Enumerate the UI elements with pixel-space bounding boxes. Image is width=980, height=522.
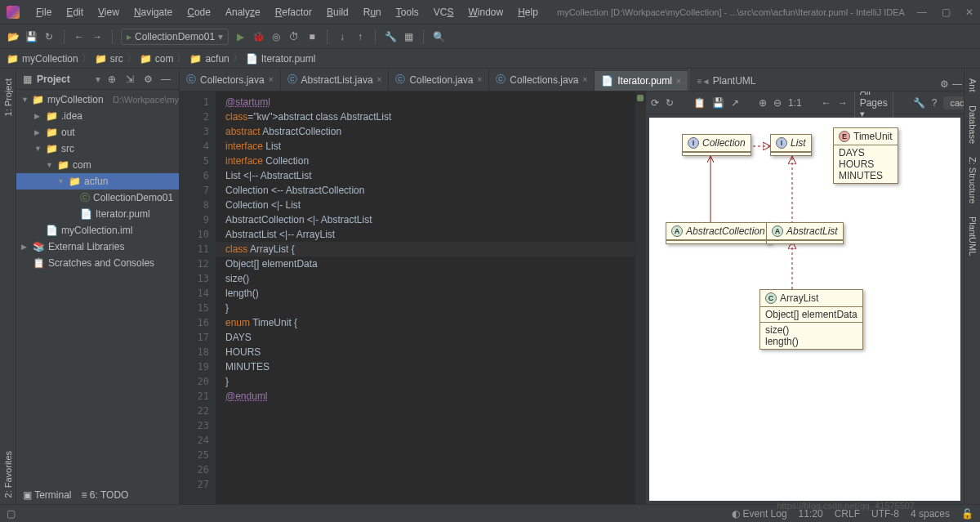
window-controls: — ▢ ✕: [917, 7, 973, 18]
project-structure-icon[interactable]: ▦: [402, 30, 415, 43]
hide-icon[interactable]: —: [159, 73, 172, 86]
close-icon[interactable]: ✕: [965, 7, 973, 18]
breadcrumb-item[interactable]: myCollection: [22, 53, 78, 65]
page-selector[interactable]: All Pages ▾: [854, 91, 893, 121]
menu-edit[interactable]: Edit: [60, 3, 90, 21]
forward-icon[interactable]: →: [91, 30, 104, 43]
breadcrumb-item[interactable]: acfun: [205, 53, 229, 65]
run-config-selector[interactable]: ▸ CollectionDemo01 ▾: [121, 29, 229, 45]
gear-icon[interactable]: ⚙: [141, 73, 154, 86]
run-icon[interactable]: ▶: [234, 30, 247, 43]
tab-collectors[interactable]: ⓒCollectors.java×: [180, 69, 281, 91]
tab-close-icon[interactable]: ×: [269, 75, 274, 84]
tree-row-out[interactable]: ▶📁out: [16, 124, 179, 141]
indent-settings[interactable]: 4 spaces: [911, 508, 950, 520]
breadcrumb-item[interactable]: com: [155, 53, 174, 65]
coverage-icon[interactable]: ◎: [270, 30, 283, 43]
menu-refactor[interactable]: Refactor: [269, 3, 318, 21]
back-icon[interactable]: ←: [73, 30, 86, 43]
status-messages-icon[interactable]: ▢: [7, 508, 16, 520]
zoom-out-icon[interactable]: ⊖: [773, 97, 782, 109]
vcs-update-icon[interactable]: ↓: [336, 30, 349, 43]
tab-close-icon[interactable]: ×: [377, 75, 382, 84]
editor-gear-icon[interactable]: ⚙: [938, 78, 951, 91]
menu-analyze[interactable]: Analyze: [219, 3, 267, 21]
breadcrumb-item[interactable]: src: [110, 53, 123, 65]
readonly-icon[interactable]: 🔓: [961, 508, 973, 520]
settings-icon[interactable]: 🔧: [913, 97, 925, 109]
save-icon[interactable]: 💾: [24, 30, 38, 43]
sidebar-tab-favorites[interactable]: 2: Favorites: [2, 444, 15, 504]
menu-vcs[interactable]: VCS: [427, 3, 461, 21]
tree-row-src[interactable]: ▼📁src: [16, 141, 179, 157]
terminal-tab[interactable]: ▣ Terminal: [23, 489, 71, 501]
tree-row-file1[interactable]: ⓒCollectionDemo01: [16, 190, 179, 206]
editor-hide-icon[interactable]: —: [951, 78, 964, 91]
refresh-icon[interactable]: ↻: [42, 30, 56, 43]
tree-row-com[interactable]: ▼📁com: [16, 157, 179, 173]
sidebar-tab-structure[interactable]: Z: Structure: [966, 150, 979, 210]
menu-build[interactable]: Build: [320, 3, 355, 21]
folder-icon: 📁: [140, 53, 152, 65]
tab-abstractlist[interactable]: ⓒAbstractList.java×: [281, 69, 390, 91]
help-icon[interactable]: ?: [932, 97, 938, 109]
project-tree[interactable]: ▼📁myCollection D:\Workpace\myColle ▶📁.id…: [16, 90, 179, 504]
export-icon[interactable]: ↗: [731, 97, 739, 109]
tab-close-icon[interactable]: ×: [676, 77, 681, 86]
todo-tab[interactable]: ≡ 6: TODO: [81, 489, 128, 501]
collapse-icon[interactable]: ⇲: [123, 73, 136, 86]
next-page-icon[interactable]: →: [838, 97, 848, 109]
menu-window[interactable]: Window: [461, 3, 510, 21]
minimize-icon[interactable]: —: [917, 7, 927, 18]
menu-code[interactable]: Code: [180, 3, 217, 21]
tab-iterator-puml[interactable]: 📄Iterator.puml×: [595, 71, 688, 91]
menu-view[interactable]: View: [91, 3, 126, 21]
sidebar-tab-project[interactable]: 1: Project: [2, 72, 15, 123]
code-editor[interactable]: @startumlclass="kw">abstract class Abstr…: [216, 91, 635, 504]
navigation-bar: 📁 myCollection〉 📁 src〉 📁 com〉 📁 acfun〉 📄…: [0, 49, 980, 69]
locate-icon[interactable]: ⊕: [105, 73, 118, 86]
sidebar-tab-ant[interactable]: Ant: [966, 72, 979, 99]
vcs-commit-icon[interactable]: ↑: [354, 30, 367, 43]
menu-tools[interactable]: Tools: [390, 3, 425, 21]
sidebar-tab-plantuml[interactable]: PlantUML: [966, 210, 979, 262]
save-diagram-icon[interactable]: 💾: [712, 97, 724, 109]
settings-icon[interactable]: 🔧: [384, 30, 397, 43]
tree-row-file2[interactable]: 📄Iterator.puml: [16, 206, 179, 222]
error-stripe[interactable]: [635, 91, 645, 504]
project-icon: ▦: [23, 74, 32, 85]
menu-file[interactable]: File: [29, 3, 58, 21]
plantuml-tool-tab[interactable]: ≡◄ PlantUML: [689, 71, 764, 91]
reload-icon[interactable]: ↻: [666, 97, 674, 109]
refresh-diagram-icon[interactable]: ⟳: [651, 97, 659, 109]
tree-row-root[interactable]: ▼📁myCollection D:\Workpace\myColle: [16, 91, 179, 108]
diagram-canvas[interactable]: ICollection IList ETimeUnitDAYSHOURSMINU…: [649, 118, 960, 501]
debug-icon[interactable]: 🐞: [252, 30, 265, 43]
copy-icon[interactable]: 📋: [693, 97, 706, 109]
zoom-in-icon[interactable]: ⊕: [759, 97, 767, 109]
tree-row-iml[interactable]: 📄myCollection.iml: [16, 222, 179, 239]
tree-row-idea[interactable]: ▶📁.idea: [16, 108, 179, 124]
uml-class-timeunit: ETimeUnitDAYSHOURSMINUTES: [833, 127, 898, 184]
maximize-icon[interactable]: ▢: [942, 7, 951, 18]
tab-collection[interactable]: ⓒCollection.java×: [389, 69, 489, 91]
menu-navigate[interactable]: Navigate: [127, 3, 179, 21]
analysis-ok-icon: [637, 95, 644, 101]
editor: ⓒCollectors.java× ⓒAbstractList.java× ⓒC…: [180, 69, 964, 504]
profile-icon[interactable]: ⏱: [287, 30, 301, 43]
tree-row-scratches[interactable]: 📋Scratches and Consoles: [16, 255, 179, 271]
breadcrumb-item[interactable]: Iterator.puml: [261, 53, 316, 65]
tree-row-acfun[interactable]: ▼📁acfun: [16, 173, 179, 190]
sidebar-tab-database[interactable]: Database: [966, 99, 979, 150]
search-everywhere-icon[interactable]: 🔍: [432, 30, 445, 43]
tab-collections[interactable]: ⓒCollections.java×: [489, 69, 595, 91]
tree-row-external[interactable]: ▶📚External Libraries: [16, 239, 179, 255]
menu-help[interactable]: Help: [511, 3, 545, 21]
menu-run[interactable]: Run: [357, 3, 388, 21]
tab-close-icon[interactable]: ×: [582, 75, 587, 84]
prev-page-icon[interactable]: ←: [822, 97, 831, 109]
editor-tabs: ⓒCollectors.java× ⓒAbstractList.java× ⓒC…: [180, 69, 964, 91]
open-icon[interactable]: 📂: [7, 30, 20, 43]
tab-close-icon[interactable]: ×: [477, 75, 482, 84]
stop-icon[interactable]: ■: [305, 30, 318, 43]
